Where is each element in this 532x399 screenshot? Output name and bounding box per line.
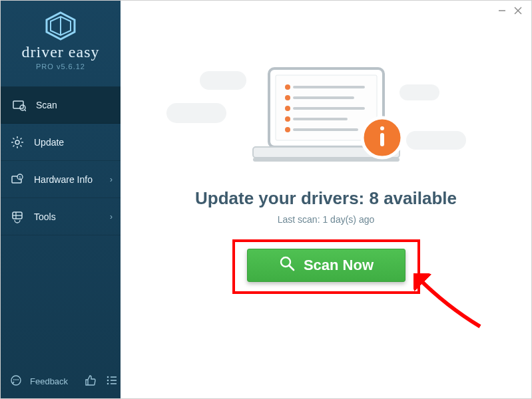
sidebar-item-tools[interactable]: Tools › — [1, 198, 121, 235]
brand-logo-icon — [44, 11, 77, 41]
main-content: Update your drivers: 8 available Last sc… — [121, 1, 531, 398]
svg-point-18 — [107, 380, 109, 382]
sidebar-item-label: Update — [34, 137, 64, 148]
svg-point-34 — [285, 116, 290, 122]
hero-illustration — [240, 65, 413, 178]
svg-point-41 — [380, 126, 384, 130]
scan-highlight-box: Scan Now — [232, 239, 420, 294]
svg-point-14 — [13, 379, 15, 380]
svg-point-17 — [107, 376, 109, 378]
tools-icon — [10, 209, 25, 224]
feedback-label[interactable]: Feedback — [30, 376, 68, 386]
sidebar-item-label: Tools — [34, 211, 56, 222]
last-scan-label: Last scan: 1 day(s) ago — [278, 214, 375, 225]
svg-point-6 — [15, 140, 19, 144]
svg-line-5 — [25, 110, 26, 111]
chevron-right-icon: › — [110, 175, 113, 184]
chevron-right-icon: › — [110, 212, 113, 221]
svg-point-32 — [285, 106, 290, 111]
search-icon — [278, 255, 296, 276]
brand-version: PRO v5.6.12 — [1, 63, 121, 70]
svg-rect-42 — [380, 133, 384, 146]
gear-icon — [10, 135, 25, 150]
thumbs-up-icon[interactable] — [84, 374, 97, 389]
scan-now-button[interactable]: Scan Now — [247, 249, 405, 282]
svg-point-4 — [20, 105, 25, 110]
sidebar-item-update[interactable]: Update — [1, 124, 121, 161]
svg-point-36 — [285, 127, 290, 132]
sidebar-item-scan[interactable]: Scan — [1, 86, 121, 124]
svg-line-44 — [289, 265, 294, 270]
scan-now-label: Scan Now — [304, 257, 374, 274]
sidebar-item-label: Hardware Info — [34, 174, 93, 185]
nav: Scan Update 1 Hardware Info › Tools › — [1, 86, 121, 235]
list-icon[interactable] — [105, 374, 119, 389]
sidebar: driver easy PRO v5.6.12 Scan Update 1 Ha… — [1, 1, 121, 398]
svg-point-16 — [17, 379, 19, 380]
feedback-icon[interactable] — [10, 374, 22, 388]
brand-name: driver easy — [1, 43, 121, 61]
svg-point-30 — [285, 95, 290, 100]
sidebar-item-label: Scan — [36, 100, 57, 110]
sidebar-footer: Feedback — [1, 364, 121, 398]
svg-point-28 — [285, 84, 290, 90]
scan-icon — [12, 98, 27, 112]
headline: Update your drivers: 8 available — [195, 188, 457, 209]
logo-zone: driver easy PRO v5.6.12 — [1, 1, 121, 77]
svg-point-19 — [107, 383, 109, 385]
svg-point-15 — [15, 379, 17, 380]
sidebar-item-hardware-info[interactable]: 1 Hardware Info › — [1, 161, 121, 198]
hardware-icon: 1 — [10, 172, 25, 187]
